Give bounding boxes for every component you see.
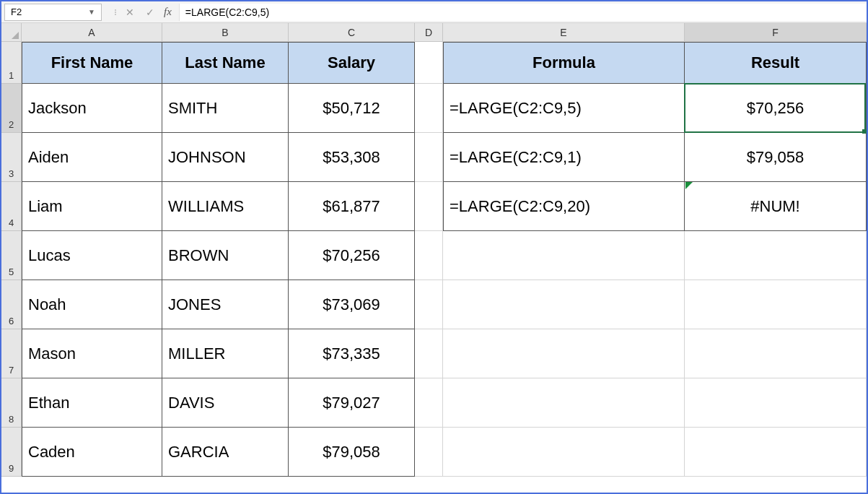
col-header-F[interactable]: F [685, 23, 867, 42]
row-header-9[interactable]: 9 [1, 428, 22, 477]
col-header-A[interactable]: A [22, 23, 162, 42]
grid-row-8: Ethan DAVIS $79,027 [22, 378, 867, 428]
cell-C4[interactable]: $61,877 [289, 182, 415, 231]
cell-E4[interactable]: =LARGE(C2:C9,20) [443, 182, 685, 231]
row-header-7[interactable]: 7 [1, 329, 22, 378]
row-header-2[interactable]: 2 [1, 84, 22, 133]
cell-E6[interactable] [443, 280, 685, 329]
row-header-1[interactable]: 1 [1, 42, 22, 84]
cell-B2[interactable]: SMITH [162, 84, 289, 133]
cell-F5[interactable] [685, 231, 867, 280]
grid-row-4: Liam WILLIAMS $61,877 =LARGE(C2:C9,20) #… [22, 182, 867, 231]
cell-C9[interactable]: $79,058 [289, 428, 415, 477]
divider-icon [113, 9, 118, 15]
col-header-C[interactable]: C [289, 23, 415, 42]
grid-row-6: Noah JONES $73,069 [22, 280, 867, 329]
row-header-3[interactable]: 3 [1, 133, 22, 182]
cell-F1[interactable]: Result [685, 42, 867, 84]
cell-C3[interactable]: $53,308 [289, 133, 415, 182]
cell-B4[interactable]: WILLIAMS [162, 182, 289, 231]
cell-C5[interactable]: $70,256 [289, 231, 415, 280]
select-all-corner[interactable] [1, 23, 22, 42]
formula-buttons: ✕ ✓ fx [113, 4, 179, 20]
grid-row-2: Jackson SMITH $50,712 =LARGE(C2:C9,5) $7… [22, 84, 867, 133]
column-headers: A B C D E F [22, 23, 867, 42]
cell-D8[interactable] [415, 378, 443, 428]
cell-F3[interactable]: $79,058 [685, 133, 867, 182]
spreadsheet-grid: A B C D E F 1 2 3 4 5 6 7 8 9 First Name… [1, 23, 867, 493]
cell-A3[interactable]: Aiden [22, 133, 162, 182]
cell-F8[interactable] [685, 378, 867, 428]
cancel-icon[interactable]: ✕ [122, 4, 138, 20]
col-header-B[interactable]: B [162, 23, 289, 42]
cells-area: First Name Last Name Salary Formula Resu… [22, 42, 867, 477]
row-header-4[interactable]: 4 [1, 182, 22, 231]
cell-E2[interactable]: =LARGE(C2:C9,5) [443, 84, 685, 133]
cell-A2[interactable]: Jackson [22, 84, 162, 133]
grid-row-5: Lucas BROWN $70,256 [22, 231, 867, 280]
cell-C7[interactable]: $73,335 [289, 329, 415, 378]
grid-row-3: Aiden JOHNSON $53,308 =LARGE(C2:C9,1) $7… [22, 133, 867, 182]
cell-F9[interactable] [685, 428, 867, 477]
cell-D3[interactable] [415, 133, 443, 182]
row-header-8[interactable]: 8 [1, 378, 22, 428]
cell-F2[interactable]: $70,256 [685, 84, 867, 133]
cell-B6[interactable]: JONES [162, 280, 289, 329]
enter-icon[interactable]: ✓ [142, 4, 158, 20]
cell-D1[interactable] [415, 42, 443, 84]
name-box-value: F2 [11, 6, 22, 17]
grid-row-7: Mason MILLER $73,335 [22, 329, 867, 378]
cell-B3[interactable]: JOHNSON [162, 133, 289, 182]
cell-A9[interactable]: Caden [22, 428, 162, 477]
cell-B8[interactable]: DAVIS [162, 378, 289, 428]
cell-E5[interactable] [443, 231, 685, 280]
cell-D9[interactable] [415, 428, 443, 477]
cell-B1[interactable]: Last Name [162, 42, 289, 84]
cell-F7[interactable] [685, 329, 867, 378]
grid-body: 1 2 3 4 5 6 7 8 9 First Name Last Name S… [1, 42, 867, 477]
cell-A5[interactable]: Lucas [22, 231, 162, 280]
cell-D6[interactable] [415, 280, 443, 329]
cell-A6[interactable]: Noah [22, 280, 162, 329]
column-header-row: A B C D E F [1, 23, 867, 42]
cell-E3[interactable]: =LARGE(C2:C9,1) [443, 133, 685, 182]
cell-D7[interactable] [415, 329, 443, 378]
cell-B9[interactable]: GARCIA [162, 428, 289, 477]
row-headers: 1 2 3 4 5 6 7 8 9 [1, 42, 22, 477]
cell-E9[interactable] [443, 428, 685, 477]
cell-A1[interactable]: First Name [22, 42, 162, 84]
col-header-D[interactable]: D [415, 23, 443, 42]
grid-row-1: First Name Last Name Salary Formula Resu… [22, 42, 867, 84]
cell-C2[interactable]: $50,712 [289, 84, 415, 133]
grid-row-9: Caden GARCIA $79,058 [22, 428, 867, 477]
cell-D4[interactable] [415, 182, 443, 231]
formula-text: =LARGE(C2:C9,5) [185, 6, 269, 18]
error-indicator-icon[interactable] [685, 182, 693, 189]
formula-input[interactable]: =LARGE(C2:C9,5) [179, 4, 867, 21]
cell-F6[interactable] [685, 280, 867, 329]
cell-F4[interactable]: #NUM! [685, 182, 867, 231]
cell-B5[interactable]: BROWN [162, 231, 289, 280]
cell-C1[interactable]: Salary [289, 42, 415, 84]
cell-A7[interactable]: Mason [22, 329, 162, 378]
cell-E1[interactable]: Formula [443, 42, 685, 84]
cell-A4[interactable]: Liam [22, 182, 162, 231]
fx-icon[interactable]: fx [164, 6, 172, 18]
cell-C8[interactable]: $79,027 [289, 378, 415, 428]
row-header-5[interactable]: 5 [1, 231, 22, 280]
col-header-E[interactable]: E [443, 23, 685, 42]
cell-D2[interactable] [415, 84, 443, 133]
cell-C6[interactable]: $73,069 [289, 280, 415, 329]
cell-E7[interactable] [443, 329, 685, 378]
row-header-6[interactable]: 6 [1, 280, 22, 329]
cell-B7[interactable]: MILLER [162, 329, 289, 378]
cell-A8[interactable]: Ethan [22, 378, 162, 428]
cell-E8[interactable] [443, 378, 685, 428]
formula-bar: F2 ▼ ✕ ✓ fx =LARGE(C2:C9,5) [1, 1, 867, 23]
name-box[interactable]: F2 ▼ [4, 4, 102, 21]
cell-D5[interactable] [415, 231, 443, 280]
name-box-dropdown-icon[interactable]: ▼ [88, 8, 95, 16]
